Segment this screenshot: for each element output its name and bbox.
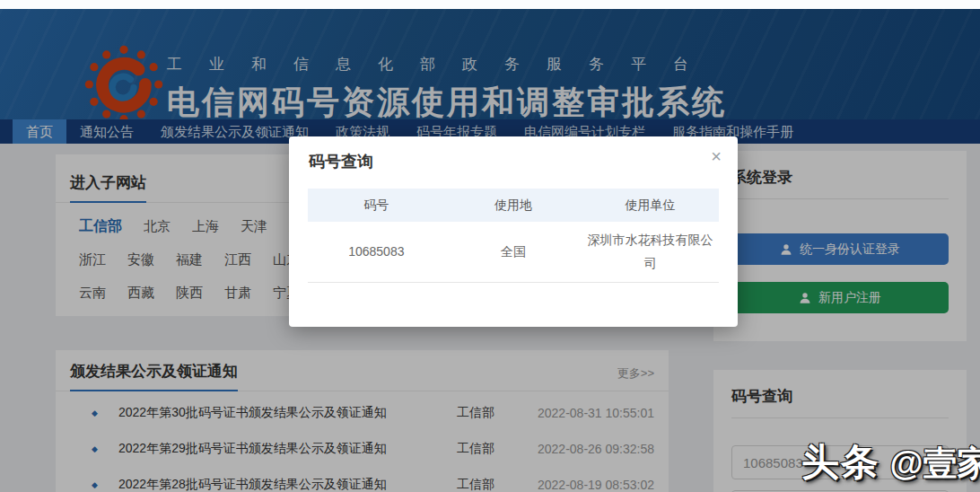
modal-title: 码号查询 [289, 136, 738, 172]
top-white-strip [0, 0, 980, 9]
watermark: 头条 @壹家媒 [801, 437, 980, 488]
col-header-number: 码号 [308, 198, 445, 214]
page: 工业和信息化部政务服务平台 电信网码号资源使用和调整审批系统 首页 通知公告 颁… [0, 0, 980, 492]
close-icon[interactable]: × [711, 147, 722, 165]
result-table: 码号 使用地 使用单位 10685083 全国 深圳市水花科技有限公司 [308, 189, 719, 283]
watermark-rest: @壹家媒 [880, 444, 980, 482]
cell-number: 10685083 [308, 241, 445, 263]
cell-company: 深圳市水花科技有限公司 [582, 229, 719, 274]
result-table-header: 码号 使用地 使用单位 [308, 189, 719, 222]
col-header-area: 使用地 [445, 198, 582, 214]
table-row: 10685083 全国 深圳市水花科技有限公司 [308, 222, 719, 283]
watermark-bold: 头条 [801, 441, 880, 483]
cell-area: 全国 [445, 241, 582, 263]
number-query-modal: 码号查询 × 码号 使用地 使用单位 10685083 全国 深圳市水花科技有限… [289, 136, 738, 327]
col-header-company: 使用单位 [582, 198, 719, 214]
